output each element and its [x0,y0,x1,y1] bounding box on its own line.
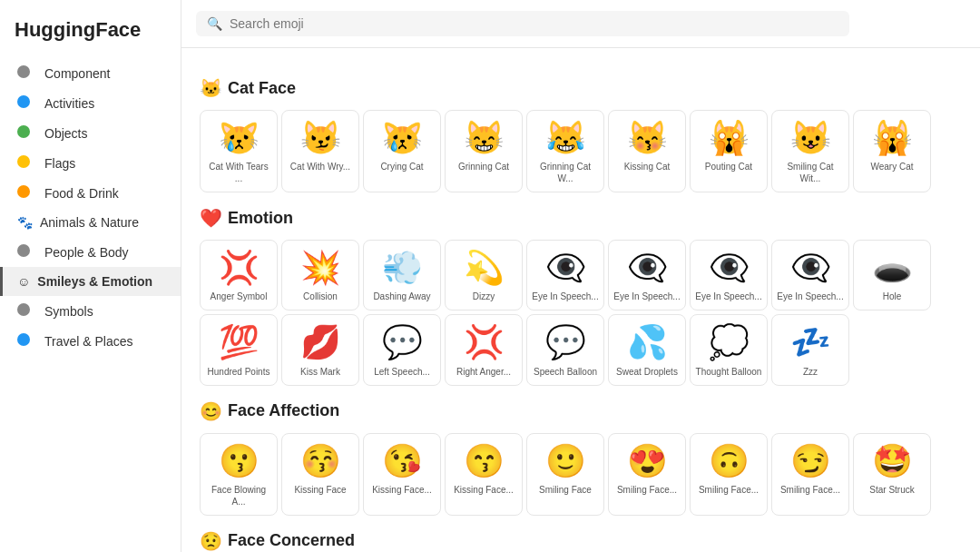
emoji-label: Zzz [803,366,818,378]
sidebar-icon-animals-nature: 🐾 [17,215,33,230]
emoji-cell[interactable]: 🤩Star Struck [853,433,931,516]
emoji-cell[interactable]: 😘Kissing Face... [363,433,441,516]
emoji-cell[interactable]: 💥Collision [281,240,359,310]
emoji-label: Anger Symbol [211,291,268,302]
emoji-label: Eye In Speech... [532,291,598,302]
emoji-cell[interactable]: 💫Dizzy [445,240,523,310]
emoji-symbol: 😽 [627,118,668,157]
sidebar-label-animals-nature: Animals & Nature [40,215,139,230]
section-header-face-concerned: 😟Face Concerned [200,530,962,552]
emoji-label: Cat With Wry... [290,161,350,172]
sidebar-icon-people-body [17,244,37,260]
emoji-cell[interactable]: 😚Kissing Face [281,433,359,516]
emoji-cell[interactable]: 👁️‍🗨️Eye In Speech... [608,240,686,310]
sections-container: 🐱Cat Face😿Cat With Tears ...😼Cat With Wr… [200,77,962,552]
sidebar-icon-activities [17,95,37,111]
section-header-cat-face: 🐱Cat Face [200,77,962,99]
emoji-cell[interactable]: 😼Cat With Wry... [281,110,359,192]
emoji-cell[interactable]: 💢Right Anger... [445,314,523,385]
emoji-label: Grinning Cat [458,161,509,172]
emoji-symbol: 👁️‍🗨️ [709,248,750,287]
sidebar-icon-component [17,65,37,81]
emoji-symbol: 💤 [790,322,831,361]
emoji-cell[interactable]: 🙀Pouting Cat [690,110,768,192]
emoji-label: Kiss Mark [300,366,340,378]
section-label-face-concerned: Face Concerned [228,531,355,550]
emoji-label: Smiling Face... [780,484,840,496]
emoji-cell[interactable]: 💭Thought Balloon [690,314,768,385]
emoji-grid-emotion: 💢Anger Symbol💥Collision💨Dashing Away💫Diz… [200,240,962,385]
sidebar-item-objects[interactable]: Objects [0,118,181,148]
search-bar: 🔍 [181,0,980,48]
sidebar-item-symbols[interactable]: Symbols [0,296,181,326]
emoji-label: Kissing Face... [372,484,432,496]
search-wrapper: 🔍 [196,11,849,36]
emoji-cell[interactable]: 🙃Smiling Face... [690,433,768,516]
sidebar-item-travel-places[interactable]: Travel & Places [0,326,181,356]
sidebar-icon-objects [17,125,37,141]
sidebar-label-people-body: People & Body [44,245,129,260]
emoji-label: Left Speech... [374,366,430,378]
sidebar-item-animals-nature[interactable]: 🐾Animals & Nature [0,208,181,237]
sidebar-item-flags[interactable]: Flags [0,148,181,178]
emoji-symbol: 💢 [219,248,260,287]
sidebar-item-smileys-emotion[interactable]: ☺Smileys & Emotion [0,267,181,296]
emoji-label: Speech Balloon [534,366,597,378]
search-input[interactable] [230,16,774,31]
emoji-cell[interactable]: 🕳️Hole [853,240,931,310]
emoji-symbol: 🙀 [709,118,750,157]
sidebar-label-smileys-emotion: Smileys & Emotion [37,274,152,289]
sidebar-label-travel-places: Travel & Places [44,334,133,349]
emoji-symbol: 💬 [545,322,586,361]
emoji-cell[interactable]: 😏Smiling Face... [771,433,849,516]
emoji-symbol: 👁️‍🗨️ [545,248,586,287]
emoji-cell[interactable]: 💤Zzz [771,314,849,385]
sidebar-item-activities[interactable]: Activities [0,88,181,118]
emoji-symbol: 😘 [382,441,423,480]
sidebar-icon-flags [17,155,37,171]
emoji-cell[interactable]: 😍Smiling Face... [608,433,686,516]
emoji-label: Smiling Face... [699,484,759,496]
emoji-symbol: 😼 [300,118,341,157]
emoji-cell[interactable]: 👁️‍🗨️Eye In Speech... [771,240,849,310]
content-area: 🐱Cat Face😿Cat With Tears ...😼Cat With Wr… [181,48,980,552]
emoji-cell[interactable]: 👁️‍🗨️Eye In Speech... [690,240,768,310]
emoji-cell[interactable]: 💬Speech Balloon [526,314,604,385]
emoji-label: Collision [303,291,338,302]
emoji-cell[interactable]: 😽Kissing Cat [608,110,686,192]
emoji-label: Eye In Speech... [613,291,680,302]
app-title[interactable]: HuggingFace [0,9,181,58]
emoji-symbol: 😸 [464,118,505,157]
emoji-label: Grinning Cat W... [531,161,600,184]
section-icon-emotion: ❤️ [200,207,222,229]
emoji-cell[interactable]: 😗Face Blowing A... [200,433,278,516]
emoji-cell[interactable]: 😹Grinning Cat W... [526,110,604,192]
sidebar-item-people-body[interactable]: People & Body [0,237,181,267]
emoji-cell[interactable]: 🙂Smiling Face [526,433,604,516]
emoji-cell[interactable]: 😿Crying Cat [363,110,441,192]
emoji-label: Smiling Face... [617,484,677,496]
emoji-symbol: 👁️‍🗨️ [627,248,668,287]
emoji-cell[interactable]: 😿Cat With Tears ... [200,110,278,192]
emoji-cell[interactable]: 💢Anger Symbol [200,240,278,310]
emoji-cell[interactable]: 💬Left Speech... [363,314,441,385]
emoji-symbol: 🙃 [709,441,750,480]
emoji-label: Eye In Speech... [777,291,843,302]
emoji-cell[interactable]: 💯Hundred Points [200,314,278,385]
emoji-cell[interactable]: 💋Kiss Mark [281,314,359,385]
emoji-cell[interactable]: 👁️‍🗨️Eye In Speech... [526,240,604,310]
emoji-cell[interactable]: 💦Sweat Droplets [608,314,686,385]
sidebar-icon-symbols [17,303,37,319]
emoji-cell[interactable]: 😺Smiling Cat Wit... [771,110,849,192]
emoji-cell[interactable]: 😙Kissing Face... [445,433,523,516]
emoji-symbol: 🕳️ [872,248,913,287]
emoji-label: Eye In Speech... [695,291,761,302]
sidebar-item-food-drink[interactable]: Food & Drink [0,178,181,208]
emoji-symbol: 😹 [545,118,586,157]
sidebar-item-component[interactable]: Component [0,58,181,88]
emoji-cell[interactable]: 💨Dashing Away [363,240,441,310]
emoji-cell[interactable]: 🙀Weary Cat [853,110,931,192]
emoji-symbol: 😿 [382,118,423,157]
emoji-cell[interactable]: 😸Grinning Cat [445,110,523,192]
emoji-symbol: 😍 [627,441,668,480]
